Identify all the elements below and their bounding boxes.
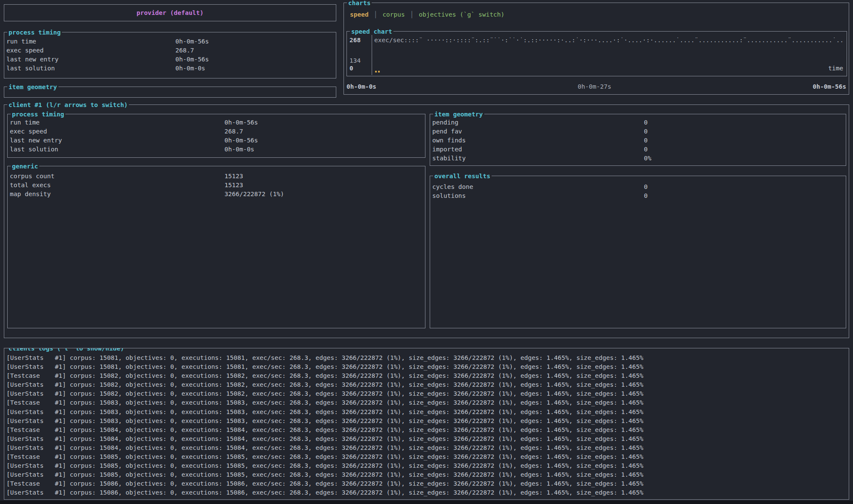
exec-sec-series: exec/sec::::¨ ·····::·::::¨:.::¨˙˙·:˙˙·˙… [374,36,845,45]
tab-separator: │ [374,10,378,19]
clients-logs-panel: clients logs (`t` to show/hide) [UserSta… [4,348,849,500]
client-item-geometry-panel: item geometry pending 0 pend fav 0 own f… [430,114,846,166]
stat-value: 0h-0m-0s [224,145,254,154]
provider-tab-label: provider (default) [137,9,204,16]
stat-label: map density [10,190,224,199]
client-overall-results-panel: overall results cycles done 0 solutions … [430,176,846,328]
stat-row: stability 0% [430,154,846,163]
stat-value: 0% [644,154,651,163]
x-tick-mid: 0h-0m-27s [578,82,611,91]
charts-box-title: charts [347,0,372,7]
stat-row: map density 3266/222872 (1%) [8,190,425,199]
x-tick-end: 0h-0m-56s [812,82,846,91]
chart-tabs: speed │ corpus │ objectives (`g` switch) [350,10,504,19]
x-axis-ticks: 0h-0m-0s 0h-0m-27s 0h-0m-56s [346,82,846,91]
stat-row: pending 0 [430,118,846,127]
y-axis-tick-min: 0 [349,64,353,73]
log-line: [UserStats #1] corpus: 15084, objectives… [6,434,849,443]
process-timing-title: process timing [7,28,62,37]
stat-value: 0h-0m-56s [224,136,258,145]
stat-value: 0 [644,191,648,200]
log-line: [Testcase #1] corpus: 15084, objectives:… [6,426,849,434]
log-line: [Testcase #1] corpus: 15082, objectives:… [6,371,849,380]
stat-label: cycles done [432,182,644,191]
stat-row: last new entry 0h-0m-56s [4,55,336,64]
tab-speed[interactable]: speed [350,10,369,19]
log-line: [Testcase #1] corpus: 15083, objectives:… [6,398,849,407]
stat-label: last solution [6,64,175,73]
log-line: [UserStats #1] corpus: 15084, objectives… [6,443,849,452]
item-geometry-panel: item geometry [4,87,336,98]
log-line: [UserStats #1] corpus: 15083, objectives… [6,417,849,426]
process-timing-panel: process timing run time 0h-0m-56s exec s… [4,32,336,78]
client-item-geometry-title: item geometry [433,110,484,119]
stat-value: 0 [644,182,648,191]
client-generic-panel: generic corpus count 15123 total execs 1… [7,166,425,328]
stat-row: last solution 0h-0m-0s [4,64,336,73]
stat-row: pend fav 0 [430,127,846,136]
stat-row: exec speed 268.7 [4,46,336,55]
stat-value: 0h-0m-56s [224,118,258,127]
client-process-timing-title: process timing [11,110,65,119]
stat-value: 0 [644,136,648,145]
stat-row: last new entry 0h-0m-56s [8,136,425,145]
tab-corpus[interactable]: corpus [382,10,405,19]
stat-value: 3266/222872 (1%) [224,190,284,199]
stat-row: run time 0h-0m-56s [8,118,425,127]
stat-row: exec speed 268.7 [8,127,425,136]
speed-chart-title: speed chart [350,27,393,36]
stat-label: total execs [10,181,224,190]
log-line: [UserStats #1] corpus: 15081, objectives… [6,353,849,362]
stat-label: last new entry [10,136,224,145]
stat-label: run time [10,118,224,127]
log-line: [UserStats #1] corpus: 15085, objectives… [6,461,849,470]
log-line: [UserStats #1] corpus: 15083, objectives… [6,408,849,417]
stat-label: pending [432,118,644,127]
stat-label: exec speed [6,46,175,55]
client-overall-results-title: overall results [433,172,492,180]
stat-row: solutions 0 [430,191,846,200]
stat-value: 268.7 [224,127,243,136]
log-line: [Testcase #1] corpus: 15085, objectives:… [6,452,849,461]
stat-row: run time 0h-0m-56s [4,37,336,46]
y-axis-tick-max: 268 [349,36,361,45]
log-line: [UserStats #1] corpus: 15082, objectives… [6,380,849,389]
stat-row: total execs 15123 [8,181,425,190]
stat-row: corpus count 15123 [8,172,425,181]
terminal-bottom-strip [0,501,853,504]
charts-box: charts speed │ corpus │ objectives (`g` … [344,3,849,95]
tab-objectives[interactable]: objectives (`g` switch) [419,10,505,19]
log-line: [UserStats #1] corpus: 15082, objectives… [6,389,849,398]
x-axis-label: time [828,64,843,73]
client-panel-title: client #1 (l/r arrows to switch) [7,101,129,109]
stat-row: own finds 0 [430,136,846,145]
stat-value: 0h-0m-56s [175,55,209,64]
stat-label: exec speed [10,127,224,136]
series-label: exec/sec [374,37,404,43]
log-list: [UserStats #1] corpus: 15081, objectives… [4,348,849,498]
client-generic-title: generic [11,162,39,171]
stat-label: run time [6,37,175,46]
log-line: [UserStats #1] corpus: 15086, objectives… [6,488,849,497]
stat-label: own finds [432,136,644,145]
clients-logs-title: clients logs (`t` to show/hide) [7,348,125,353]
speed-start-marker [375,71,380,72]
stat-value: 0 [644,118,648,127]
speed-chart: speed chart 268 134 0 exec/sec::::¨ ····… [346,31,847,76]
item-geometry-title: item geometry [7,83,58,91]
stat-label: pend fav [432,127,644,136]
y-axis-line [372,35,372,75]
tui-monitor-window: provider (default) charts speed │ corpus… [0,0,853,504]
stat-row: cycles done 0 [430,182,846,191]
tab-separator: │ [410,10,414,19]
stat-label: last solution [10,145,224,154]
stat-value: 15123 [224,172,243,181]
provider-tab-box[interactable]: provider (default) [4,4,336,21]
stat-label: last new entry [6,55,175,64]
client-process-timing-panel: process timing run time 0h-0m-56s exec s… [7,114,425,158]
log-line: [Testcase #1] corpus: 15086, objectives:… [6,479,849,488]
stat-label: corpus count [10,172,224,181]
stat-value: 0h-0m-0s [175,64,205,73]
log-line: [UserStats #1] corpus: 15081, objectives… [6,362,849,371]
series-dots: ::::¨ ·····::·::::¨:.::¨˙˙·:˙˙·˙:.::····… [404,37,845,43]
